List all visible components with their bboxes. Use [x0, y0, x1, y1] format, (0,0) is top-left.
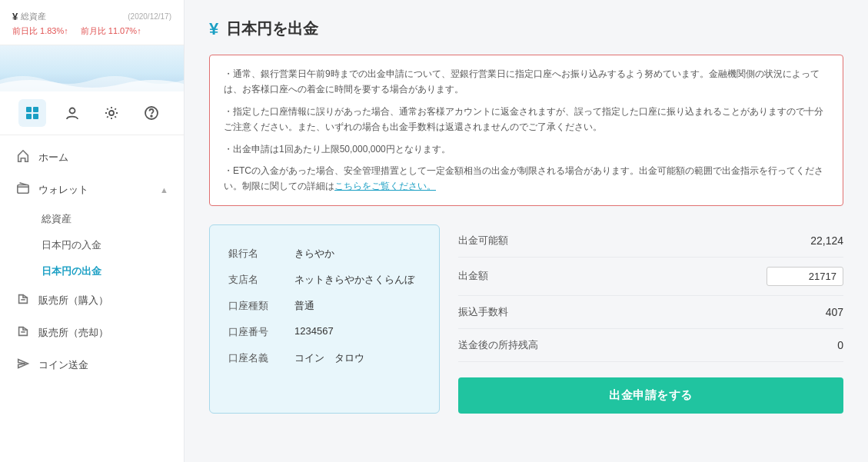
- sidebar-icon-row: [0, 91, 184, 135]
- account-type-label: 口座種類: [228, 299, 282, 313]
- svg-rect-8: [18, 185, 28, 194]
- monthly-change: 前月比 11.07%↑: [81, 25, 141, 37]
- sell-icon: [15, 324, 31, 341]
- svg-rect-2: [26, 114, 32, 119]
- amount-input[interactable]: [767, 267, 843, 286]
- sidebar-item-send-label: コイン送金: [38, 358, 88, 372]
- balance-value: 0: [837, 339, 843, 351]
- notice-line1: ・通常、銀行営業日午前9時までの出金申請について、翌銀行営業日に指定口座へお振り…: [224, 66, 829, 98]
- sidebar-subitem-withdraw[interactable]: 日本円の出金: [0, 258, 184, 284]
- sidebar-header: ¥ 総資産 (2020/12/17) 前日比 1.83%↑ 前月比 11.07%…: [0, 0, 184, 45]
- bank-info-row-number: 口座番号 1234567: [228, 319, 421, 345]
- bank-name-label: 銀行名: [228, 247, 282, 261]
- account-number-value: 1234567: [294, 325, 334, 337]
- page-title: 日本円を出金: [226, 18, 318, 39]
- svg-point-7: [151, 115, 152, 117]
- available-label: 出金可能額: [458, 234, 508, 248]
- sidebar-item-sell[interactable]: 販売所（売却）: [0, 317, 184, 349]
- notice-box: ・通常、銀行営業日午前9時までの出金申請について、翌銀行営業日に指定口座へお振り…: [209, 55, 843, 206]
- main-content: ¥ 日本円を出金 ・通常、銀行営業日午前9時までの出金申請について、翌銀行営業日…: [185, 0, 868, 462]
- available-amount-row: 出金可能額 22,124: [458, 224, 843, 258]
- available-value: 22,124: [810, 234, 843, 247]
- sidebar-subitem-total[interactable]: 総資産: [0, 206, 184, 232]
- sidebar-item-buy[interactable]: 販売所（購入）: [0, 284, 184, 317]
- sidebar-item-buy-label: 販売所（購入）: [38, 294, 108, 307]
- svg-rect-3: [33, 114, 38, 119]
- notice-link[interactable]: こちらをご覧ください。: [334, 181, 436, 191]
- notice-line3: ・出金申請は1回あたり上限50,000,000円となります。: [224, 141, 829, 157]
- notice-line2: ・指定した口座情報に誤りがあった場合、通常お客様アカウントに返金されますが、誤っ…: [224, 104, 829, 135]
- sidebar-wave-decoration: [0, 45, 184, 91]
- grid-icon-btn[interactable]: [18, 99, 46, 127]
- yen-symbol: ¥: [12, 11, 18, 22]
- sidebar-item-wallet-label: ウォレット: [38, 183, 88, 197]
- account-holder-label: 口座名義: [228, 351, 282, 365]
- svg-rect-0: [26, 107, 32, 112]
- sidebar-item-sell-label: 販売所（売却）: [38, 326, 108, 340]
- account-type-value: 普通: [294, 299, 314, 313]
- sidebar: ¥ 総資産 (2020/12/17) 前日比 1.83%↑ 前月比 11.07%…: [0, 0, 185, 462]
- user-icon-btn[interactable]: [58, 99, 86, 127]
- page-header: ¥ 日本円を出金: [209, 18, 843, 39]
- svg-rect-1: [33, 107, 38, 112]
- sidebar-changes: 前日比 1.83%↑ 前月比 11.07%↑: [12, 25, 171, 37]
- svg-point-4: [69, 108, 75, 114]
- fee-value: 407: [826, 306, 843, 318]
- content-row: 銀行名 きらやか 支店名 ネットきらやかさくらんぼ 口座種類 普通 口座番号 1…: [209, 224, 843, 414]
- bank-info-card: 銀行名 きらやか 支店名 ネットきらやかさくらんぼ 口座種類 普通 口座番号 1…: [209, 224, 440, 414]
- help-icon-btn[interactable]: [138, 99, 165, 127]
- daily-change: 前日比 1.83%↑: [12, 25, 68, 37]
- sidebar-nav: ホーム ウォレット ▲ 総資産 日本円の入金 日本円の出金: [0, 135, 184, 462]
- assets-label: ¥ 総資産 (2020/12/17): [12, 11, 171, 22]
- fee-label: 振込手数料: [458, 305, 508, 319]
- balance-row: 送金後の所持残高 0: [458, 329, 843, 362]
- balance-label: 送金後の所持残高: [458, 338, 538, 352]
- settings-icon-btn[interactable]: [98, 99, 125, 127]
- bank-info-row-name: 銀行名 きらやか: [228, 241, 421, 267]
- wallet-expand-icon: ▲: [160, 185, 168, 194]
- page-title-yen: ¥: [209, 19, 218, 39]
- svg-point-5: [109, 111, 114, 115]
- sidebar-item-home[interactable]: ホーム: [0, 141, 184, 174]
- bank-info-row-type: 口座種類 普通: [228, 293, 421, 319]
- amount-row: 出金額: [458, 258, 843, 296]
- fee-row: 振込手数料 407: [458, 296, 843, 329]
- submit-button[interactable]: 出金申請をする: [458, 377, 843, 414]
- branch-name-value: ネットきらやかさくらんぼ: [294, 273, 414, 287]
- sidebar-item-wallet[interactable]: ウォレット ▲: [0, 174, 184, 206]
- send-icon: [15, 357, 31, 374]
- withdrawal-panel: 出金可能額 22,124 出金額 振込手数料 407 送金後の所持残高 0 出金…: [458, 224, 843, 414]
- bank-info-row-branch: 支店名 ネットきらやかさくらんぼ: [228, 267, 421, 293]
- sidebar-subitem-deposit[interactable]: 日本円の入金: [0, 232, 184, 258]
- bank-name-value: きらやか: [294, 247, 334, 261]
- amount-label: 出金額: [458, 269, 488, 283]
- sidebar-item-home-label: ホーム: [38, 151, 68, 165]
- branch-name-label: 支店名: [228, 273, 282, 287]
- bank-info-row-holder: 口座名義 コイン タロウ: [228, 345, 421, 371]
- account-number-label: 口座番号: [228, 325, 282, 339]
- sidebar-item-send[interactable]: コイン送金: [0, 349, 184, 381]
- account-holder-value: コイン タロウ: [294, 351, 364, 365]
- home-icon: [15, 149, 31, 166]
- wallet-icon: [15, 181, 31, 198]
- notice-line4: ・ETCの入金があった場合、安全管理措置として一定金額相当の出金が制限される場合…: [224, 163, 829, 194]
- assets-text: 総資産: [21, 11, 46, 22]
- sidebar-date: (2020/12/17): [128, 12, 171, 21]
- buy-icon: [15, 292, 31, 309]
